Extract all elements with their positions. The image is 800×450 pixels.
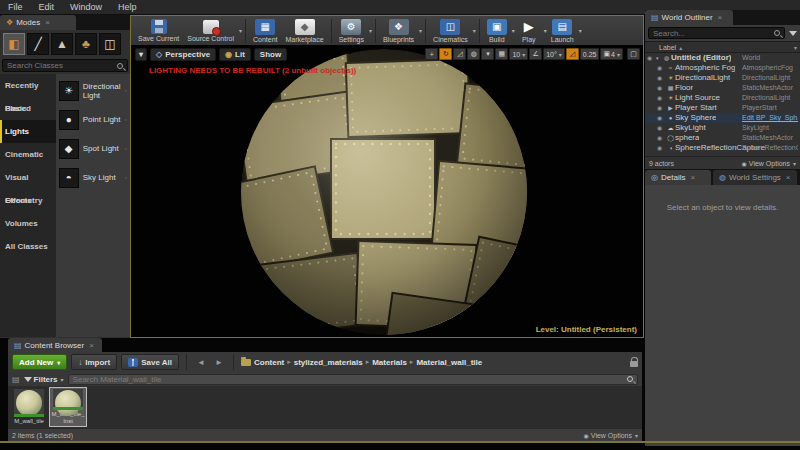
visibility-eye-icon[interactable]: ◉: [647, 53, 656, 63]
angle-snap-button[interactable]: ∠: [529, 48, 542, 60]
menu-help[interactable]: Help: [110, 2, 145, 12]
asset-m-wall-tile-inst[interactable]: M_wall_tile_Inst: [50, 388, 86, 426]
chevron-down-icon[interactable]: ▾: [419, 27, 422, 34]
scale-tool-button[interactable]: ◿: [453, 48, 466, 60]
visibility-eye-icon[interactable]: ◉: [657, 63, 666, 73]
sources-panel-toggle-icon[interactable]: ▤: [12, 375, 20, 384]
tab-world-settings[interactable]: ◍ World Settings ×: [713, 170, 797, 185]
close-icon[interactable]: ×: [690, 173, 695, 182]
source-control-button[interactable]: Source Control ▾: [183, 16, 242, 45]
search-classes-input[interactable]: [2, 59, 128, 72]
filters-button[interactable]: Filters ▾: [24, 375, 64, 384]
blueprints-button[interactable]: ❖ Blueprints ▾: [379, 16, 422, 45]
menu-window[interactable]: Window: [62, 2, 110, 12]
drag-handle-icon[interactable]: ◦: [125, 145, 127, 152]
outliner-row-light-source[interactable]: ◉ ☀ Light Source DirectionalLight: [645, 93, 800, 103]
breadcrumb-materials[interactable]: Materials: [372, 358, 407, 367]
menu-edit[interactable]: Edit: [31, 2, 63, 12]
category-recently-placed[interactable]: Recently Placed: [0, 74, 56, 97]
maximize-viewport-button[interactable]: ▢: [627, 48, 640, 60]
add-new-button[interactable]: Add New ▾: [12, 354, 67, 370]
close-icon[interactable]: ×: [718, 13, 723, 22]
angle-snap-value[interactable]: 10°▾: [543, 48, 565, 60]
cb-view-options-button[interactable]: ◉ View Options ▾: [584, 432, 638, 439]
outliner-search-input[interactable]: [648, 27, 785, 39]
category-volumes[interactable]: Volumes: [0, 212, 56, 235]
visibility-eye-icon[interactable]: ◉: [657, 123, 666, 133]
chevron-down-icon[interactable]: ▾: [239, 27, 242, 34]
outliner-row-directionallight[interactable]: ◉ ☀ DirectionalLight DirectionalLight: [645, 73, 800, 83]
visibility-eye-icon[interactable]: ◉: [657, 83, 666, 93]
back-button[interactable]: ◄: [194, 355, 208, 369]
forward-button[interactable]: ►: [212, 355, 226, 369]
outliner-column-header[interactable]: Label ▴ Type ▾: [645, 41, 800, 53]
viewport-show-button[interactable]: Show: [254, 48, 287, 61]
edit-blueprint-link[interactable]: Edit BP_Sky_Sph...: [742, 113, 798, 123]
viewport-options-button[interactable]: ▾: [135, 48, 147, 61]
content-button[interactable]: ▦ Content: [249, 16, 282, 45]
tab-content-browser[interactable]: ▤ Content Browser ×: [8, 338, 102, 352]
drag-handle-icon[interactable]: ◦: [125, 87, 127, 94]
place-sky-light[interactable]: ◓ Sky Light ◦: [56, 163, 130, 192]
breadcrumb-stylized-materials[interactable]: stylized_materials: [294, 358, 363, 367]
drag-handle-icon[interactable]: ◦: [125, 174, 127, 181]
breadcrumb-material-wall-tile[interactable]: Material_wall_tile: [416, 358, 482, 367]
outliner-row-sky-sphere[interactable]: ◉ ● Sky Sphere Edit BP_Sky_Sph...: [645, 113, 800, 123]
outliner-view-options-button[interactable]: ◉ View Options ▾: [742, 160, 796, 167]
tab-details[interactable]: ◎ Details ×: [645, 170, 711, 185]
visibility-eye-icon[interactable]: ◉: [657, 93, 666, 103]
category-lights[interactable]: Lights: [0, 120, 56, 143]
place-spot-light[interactable]: ◆ Spot Light ◦: [56, 134, 130, 163]
cinematics-button[interactable]: ◫ Cinematics ▾: [429, 16, 476, 45]
build-button[interactable]: ▣ Build ▾: [483, 16, 515, 45]
launch-button[interactable]: ▤ Launch ▾: [547, 16, 582, 45]
outliner-filter-icon[interactable]: [789, 31, 797, 36]
place-directional-light[interactable]: ☀ Directional Light ◦: [56, 76, 130, 105]
lock-icon[interactable]: [630, 361, 638, 367]
chevron-down-icon[interactable]: ▾: [473, 27, 476, 34]
category-basic[interactable]: Basic: [0, 97, 56, 120]
chevron-down-icon[interactable]: ▾: [369, 27, 372, 34]
viewport-perspective-button[interactable]: ◇ Perspective: [150, 48, 216, 61]
play-button[interactable]: ▶ Play ▾: [515, 16, 547, 45]
content-search-input[interactable]: [68, 374, 638, 385]
chevron-down-icon[interactable]: ▾: [579, 27, 582, 34]
world-local-toggle[interactable]: ◍: [467, 48, 480, 60]
translate-tool-button[interactable]: +: [425, 48, 438, 60]
tab-modes[interactable]: ❖ Modes ×: [0, 15, 76, 30]
marketplace-button[interactable]: ◆ Marketplace: [282, 16, 328, 45]
tab-world-outliner[interactable]: ▤ World Outliner ×: [645, 10, 733, 25]
save-all-button[interactable]: Save All: [121, 354, 179, 370]
visibility-eye-icon[interactable]: ◉: [657, 143, 666, 153]
visibility-eye-icon[interactable]: ◉: [657, 73, 666, 83]
outliner-row-world[interactable]: ◉ ▾ ◍ Untitled (Editor) World: [645, 53, 800, 63]
scale-snap-button[interactable]: ◿: [566, 48, 579, 60]
outliner-row-sphere-reflection-capture[interactable]: ◉ ◑ SphereReflectionCapture SphereReflec…: [645, 143, 800, 153]
rotate-tool-button[interactable]: ↻: [439, 48, 452, 60]
outliner-row-floor[interactable]: ◉ ▦ Floor StaticMeshActor: [645, 83, 800, 93]
grid-snap-button[interactable]: ▦: [495, 48, 508, 60]
place-point-light[interactable]: ● Point Light ◦: [56, 105, 130, 134]
outliner-row-atmospheric-fog[interactable]: ◉ ≈ Atmospheric Fog AtmosphericFog: [645, 63, 800, 73]
close-icon[interactable]: ×: [786, 173, 791, 182]
surface-snap-button[interactable]: ▾: [481, 48, 494, 60]
viewport[interactable]: ▾ ◇ Perspective ◉ Lit Show + ↻ ◿: [131, 45, 643, 337]
landscape-mode-button[interactable]: ▲: [51, 33, 73, 55]
visibility-eye-icon[interactable]: ◉: [657, 103, 666, 113]
category-cinematic[interactable]: Cinematic: [0, 143, 56, 166]
paint-mode-button[interactable]: ╱: [27, 33, 49, 55]
drag-handle-icon[interactable]: ◦: [125, 116, 127, 123]
close-icon[interactable]: ×: [89, 341, 94, 350]
outliner-row-sphera[interactable]: ◉ ◯ sphera StaticMeshActor: [645, 133, 800, 143]
visibility-eye-icon[interactable]: ◉: [657, 133, 666, 143]
outliner-row-skylight[interactable]: ◉ ☁ SkyLight SkyLight: [645, 123, 800, 133]
foliage-mode-button[interactable]: ♣: [75, 33, 97, 55]
close-icon[interactable]: ×: [45, 18, 50, 27]
scale-snap-value[interactable]: 0.25: [580, 48, 600, 60]
save-current-button[interactable]: Save Current: [134, 16, 183, 45]
outliner-row-player-start[interactable]: ◉ ▶ Player Start PlayerStart: [645, 103, 800, 113]
visibility-eye-icon[interactable]: ◉: [657, 113, 666, 123]
category-visual-effects[interactable]: Visual Effects: [0, 166, 56, 189]
category-geometry[interactable]: Geometry: [0, 189, 56, 212]
viewport-lit-button[interactable]: ◉ Lit: [219, 48, 251, 61]
